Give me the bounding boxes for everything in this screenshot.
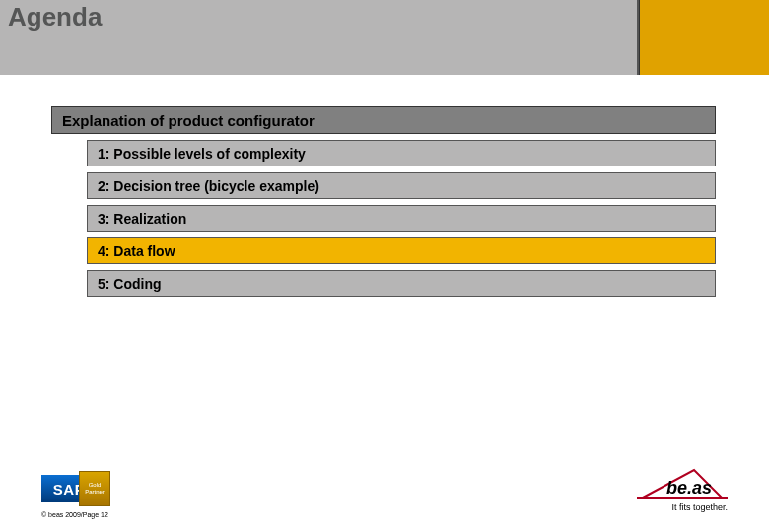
agenda-item-2: 2: Decision tree (bicycle example)	[87, 172, 716, 199]
header-bar	[0, 0, 769, 75]
section-heading-text: Explanation of product configurator	[62, 112, 315, 129]
agenda-item-label: 4: Data flow	[98, 243, 175, 259]
agenda-item-label: 5: Coding	[98, 276, 162, 292]
agenda-content: Explanation of product configurator 1: P…	[51, 106, 716, 302]
agenda-item-1: 1: Possible levels of complexity	[87, 140, 716, 166]
agenda-item-5: 5: Coding	[87, 270, 716, 297]
gold-partner-badge: Gold Partner	[79, 471, 110, 506]
header-accent-panel	[639, 0, 769, 75]
page-title: Agenda	[8, 2, 102, 33]
copyright-text: © beas 2009/Page 12	[41, 511, 108, 518]
beas-logo: be.as It fits together.	[637, 464, 728, 512]
beas-logo-icon: be.as	[637, 464, 728, 501]
agenda-item-4-active: 4: Data flow	[87, 237, 716, 264]
footer: SAP Gold Partner © beas 2009/Page 12 be.…	[41, 459, 728, 518]
gold-line2: Partner	[85, 489, 105, 496]
agenda-item-3: 3: Realization	[87, 205, 716, 232]
agenda-item-label: 2: Decision tree (bicycle example)	[98, 178, 319, 194]
beas-logo-text: be.as	[666, 478, 712, 498]
agenda-item-label: 3: Realization	[98, 211, 186, 227]
agenda-item-list: 1: Possible levels of complexity 2: Deci…	[87, 140, 716, 297]
beas-tagline: It fits together.	[637, 502, 728, 512]
section-heading-bar: Explanation of product configurator	[51, 106, 716, 134]
gold-line1: Gold	[89, 482, 102, 489]
agenda-item-label: 1: Possible levels of complexity	[98, 146, 306, 162]
sap-partner-logo: SAP Gold Partner	[41, 475, 97, 502]
